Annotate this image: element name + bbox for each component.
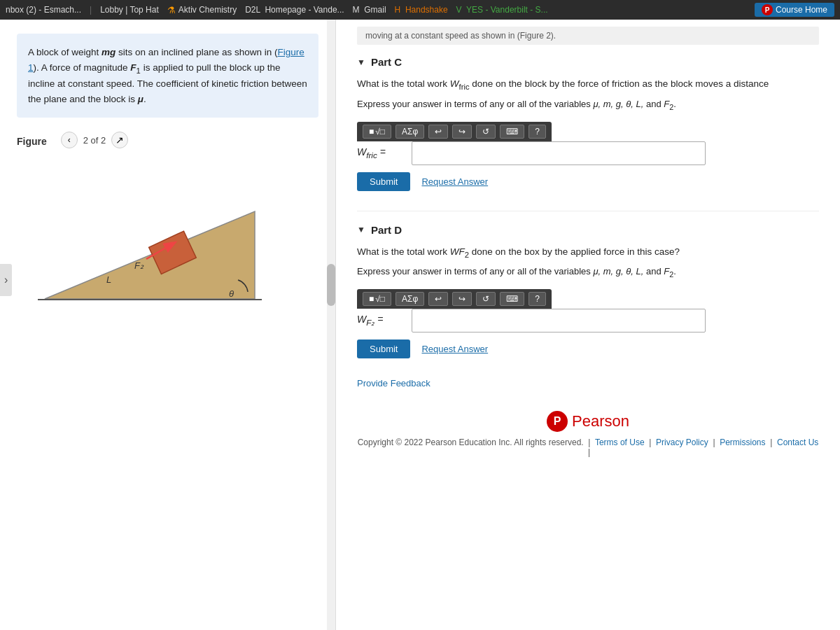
aso-button-d[interactable]: AΣφ — [396, 292, 424, 306]
part-d-var-label: WF₂ = — [357, 314, 406, 328]
svg-text:F₂: F₂ — [134, 260, 144, 271]
part-d-label: Part D — [371, 224, 402, 236]
refresh-button-c[interactable]: ↺ — [476, 125, 496, 139]
course-home-button[interactable]: P Course Home — [755, 3, 834, 17]
problem-text-block: A block of weight mg sits on an inclined… — [17, 34, 318, 118]
terms-of-use-link[interactable]: Terms of Use — [595, 438, 645, 447]
left-panel: › A block of weight mg sits on an inclin… — [0, 20, 336, 630]
sqrt-button-c[interactable]: ■ √□ — [363, 125, 391, 139]
privacy-policy-link[interactable]: Privacy Policy — [656, 438, 708, 447]
part-d-action-row: Submit Request Answer — [357, 340, 819, 358]
provide-feedback-link[interactable]: Provide Feedback — [357, 378, 819, 388]
part-d-question: What is the total work WF2 done on the b… — [357, 244, 819, 261]
part-c-action-row: Submit Request Answer — [357, 172, 819, 191]
contact-us-link[interactable]: Contact Us — [777, 438, 818, 447]
part-c-toggle[interactable]: ▼ — [357, 57, 365, 67]
part-d-math-toolbar: ■ √□ AΣφ ↩ ↪ ↺ ⌨ ? — [357, 289, 552, 309]
undo-icon-d: ↩ — [435, 294, 442, 304]
part-d-input-row: WF₂ = — [357, 309, 819, 332]
main-content: › A block of weight mg sits on an inclin… — [0, 20, 840, 630]
figure-prev-button[interactable]: ‹ — [61, 132, 78, 148]
help-icon-d: ? — [535, 294, 540, 304]
redo-button-d[interactable]: ↪ — [452, 292, 472, 306]
tab-gmail[interactable]: M Gmail — [353, 5, 386, 15]
help-button-d[interactable]: ? — [528, 292, 546, 306]
part-c-math-toolbar: ■ √□ AΣφ ↩ ↪ ↺ ⌨ ? — [357, 122, 552, 141]
scrollbar[interactable] — [327, 20, 335, 630]
keyboard-icon-d: ⌨ — [506, 294, 518, 304]
refresh-icon-d: ↺ — [482, 294, 489, 304]
footer: P Pearson Copyright © 2022 Pearson Educa… — [357, 400, 819, 464]
copyright-text: Copyright © 2022 Pearson Education Inc. … — [358, 438, 584, 447]
undo-button-d[interactable]: ↩ — [428, 292, 448, 306]
part-c-input-row: Wfric = — [357, 141, 819, 165]
right-panel: moving at a constant speed as shown in (… — [336, 20, 840, 630]
aso-button-c[interactable]: AΣφ — [396, 125, 424, 139]
tab-aktiv[interactable]: ⚗ Aktiv Chemistry — [167, 5, 237, 15]
pearson-p-icon: P — [762, 4, 773, 15]
part-c-submit-button[interactable]: Submit — [357, 172, 410, 191]
redo-icon-d: ↪ — [458, 294, 465, 304]
part-c-header: ▼ Part C — [357, 56, 819, 68]
part-c-subquestion: Express your answer in terms of any or a… — [357, 97, 819, 113]
top-context-strip: moving at a constant speed as shown in (… — [357, 27, 819, 45]
course-home-label: Course Home — [776, 5, 827, 15]
undo-icon-c: ↩ — [435, 127, 442, 136]
part-d-subquestion: Express your answer in terms of any or a… — [357, 265, 819, 281]
keyboard-button-d[interactable]: ⌨ — [500, 292, 524, 306]
footer-copyright: Copyright © 2022 Pearson Education Inc. … — [357, 438, 819, 457]
aso-label-c: AΣφ — [402, 127, 418, 136]
help-button-c[interactable]: ? — [528, 125, 546, 139]
pearson-brand-text: Pearson — [572, 412, 629, 430]
top-strip-text: moving at a constant speed as shown in (… — [365, 31, 556, 41]
part-c-input[interactable] — [412, 141, 706, 165]
figure-container: Figure ‹ 2 of 2 ↗ F₂ — [17, 132, 318, 316]
topbar-right: P Course Home — [755, 3, 834, 17]
sqrt-label-d: √□ — [375, 294, 385, 304]
keyboard-button-c[interactable]: ⌨ — [500, 125, 524, 139]
left-side-arrow-button[interactable]: › — [0, 264, 12, 296]
figure-count: 2 of 2 — [83, 135, 106, 146]
part-d-submit-button[interactable]: Submit — [357, 340, 410, 358]
refresh-button-d[interactable]: ↺ — [476, 292, 496, 306]
sqrt-label-c: √□ — [375, 127, 385, 136]
problem-text: A block of weight mg sits on an inclined… — [28, 47, 307, 104]
keyboard-icon-c: ⌨ — [506, 127, 518, 136]
part-d-input[interactable] — [412, 309, 706, 332]
tab-yes[interactable]: V YES - Vanderbilt - S... — [456, 5, 548, 15]
svg-text:θ: θ — [229, 288, 234, 299]
refresh-icon-c: ↺ — [482, 127, 489, 136]
svg-text:L: L — [106, 274, 111, 285]
part-d-header: ▼ Part D — [357, 224, 819, 236]
permissions-link[interactable]: Permissions — [720, 438, 765, 447]
figure-next-button[interactable]: ↗ — [111, 132, 128, 148]
part-d-section: ▼ Part D What is the total work WF2 done… — [357, 224, 819, 359]
part-c-var-label: Wfric = — [357, 146, 406, 160]
redo-button-c[interactable]: ↪ — [452, 125, 472, 139]
pearson-logo: P Pearson — [357, 411, 819, 432]
part-divider — [357, 211, 819, 211]
redo-icon-c: ↪ — [458, 127, 465, 136]
tab-handshake[interactable]: H Handshake — [395, 5, 448, 15]
pearson-circle-icon: P — [547, 411, 568, 432]
scrollbar-thumb[interactable] — [327, 264, 335, 306]
tab-lobby[interactable]: Lobby | Top Hat — [100, 5, 159, 15]
part-c-request-answer-link[interactable]: Request Answer — [421, 176, 488, 187]
part-c-question: What is the total work Wfric done on the… — [357, 76, 819, 93]
aso-label-d: AΣφ — [402, 294, 418, 304]
part-c-section: ▼ Part C What is the total work Wfric do… — [357, 56, 819, 191]
sqrt-icon-d: ■ — [369, 294, 374, 304]
sqrt-button-d[interactable]: ■ √□ — [363, 292, 391, 306]
figure-label: Figure — [17, 136, 47, 147]
figure-nav: ‹ 2 of 2 ↗ — [61, 132, 129, 148]
tab-nbox[interactable]: nbox (2) - Esmach... — [6, 5, 81, 15]
part-d-request-answer-link[interactable]: Request Answer — [421, 344, 488, 354]
figure-diagram: F₂ L θ — [31, 162, 269, 316]
topbar: nbox (2) - Esmach... | Lobby | Top Hat ⚗… — [0, 0, 840, 20]
svg-marker-0 — [45, 211, 255, 299]
undo-button-c[interactable]: ↩ — [428, 125, 448, 139]
tab-d2l[interactable]: D2L Homepage - Vande... — [245, 5, 344, 15]
help-icon-c: ? — [535, 127, 540, 136]
part-c-label: Part C — [371, 56, 402, 68]
part-d-toggle[interactable]: ▼ — [357, 225, 365, 234]
